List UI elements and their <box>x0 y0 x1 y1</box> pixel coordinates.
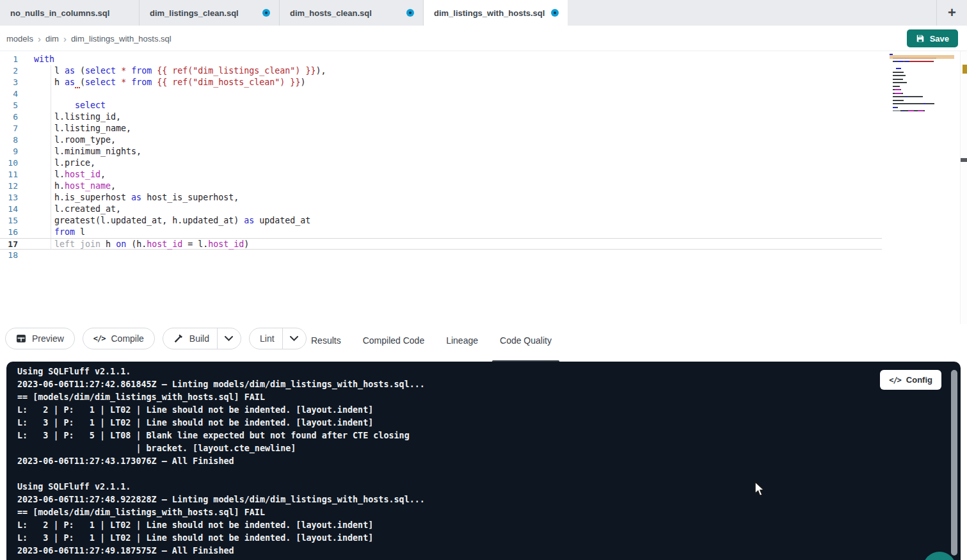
new-tab-button[interactable]: + <box>948 6 956 20</box>
lint-dropdown-chevron-icon[interactable] <box>282 328 306 349</box>
terminal-line <box>17 468 961 481</box>
tab-label: dim_listings_clean.sql <box>150 8 239 18</box>
breadcrumb-item[interactable]: dim <box>45 34 59 44</box>
build-button[interactable]: Build <box>163 328 217 349</box>
dbt-cloud-ide: no_nulls_in_columns.sqldim_listings_clea… <box>0 0 967 560</box>
terminal-line: L: 3 | P: 1 | LT02 | Line should not be … <box>17 417 961 429</box>
ruler-scroll-thumb[interactable] <box>961 158 967 162</box>
line-content: h.is_superhost as host_is_superhost, <box>34 192 239 204</box>
terminal-log: Using SQLFluff v2.1.1.2023-06-06T11:27:4… <box>17 365 961 557</box>
line-content: select <box>34 100 106 111</box>
line-content: l.host_id, <box>34 169 106 180</box>
code-line[interactable]: 11 l.host_id, <box>0 169 882 180</box>
build-dropdown-chevron-icon[interactable] <box>217 328 241 349</box>
code-line[interactable]: 14 l.created_at, <box>0 204 882 215</box>
line-number: 16 <box>0 227 18 238</box>
code-line[interactable]: 7 l.listing_name, <box>0 123 882 134</box>
code-line[interactable]: 3 h as (select * from {{ ref("dim_hosts_… <box>0 77 882 88</box>
code-line[interactable]: 6 l.listing_id, <box>0 111 882 123</box>
code-line[interactable]: 8 l.room_type, <box>0 134 882 146</box>
line-content: l.price, <box>34 157 95 169</box>
result-tab-bar: ResultsCompiled CodeLineageCode Quality <box>303 324 559 357</box>
breadcrumb-item[interactable]: dim_listings_with_hosts.sql <box>71 34 172 44</box>
action-toolbar: Preview </> Compile Build Lint <box>0 324 967 362</box>
editor-tab[interactable]: dim_hosts_clean.sql <box>280 0 424 26</box>
minimap-change-highlight <box>890 55 954 59</box>
ruler-warning-marker[interactable] <box>963 65 967 74</box>
result-tab-compiled-code[interactable]: Compiled Code <box>355 324 433 357</box>
terminal-line: Using SQLFluff v2.1.1. <box>17 365 961 378</box>
code-line[interactable]: 9 l.minimum_nights, <box>0 146 882 157</box>
table-icon <box>16 333 26 344</box>
code-line[interactable]: 18 <box>0 250 882 261</box>
unsaved-changes-dot-icon[interactable] <box>406 9 414 17</box>
line-number: 18 <box>0 250 18 261</box>
code-line[interactable]: 13 h.is_superhost as host_is_superhost, <box>0 192 882 204</box>
build-label: Build <box>189 333 209 344</box>
preview-label: Preview <box>32 333 64 344</box>
code-line[interactable]: 4 <box>0 88 882 100</box>
terminal-line: 2023-06-06T11:27:43.173076Z — All Finish… <box>17 455 961 468</box>
breadcrumb: models›dim›dim_listings_with_hosts.sql <box>6 26 172 51</box>
line-number: 17 <box>0 239 18 249</box>
line-content: h as (select * from {{ ref("dim_hosts_cl… <box>34 77 305 88</box>
config-button[interactable]: </> Config <box>880 370 941 390</box>
file-header-bar: models›dim›dim_listings_with_hosts.sql S… <box>0 26 967 51</box>
minimap[interactable] <box>890 54 936 117</box>
terminal-line: Using SQLFluff v2.1.1. <box>17 481 961 493</box>
tab-label: no_nulls_in_columns.sql <box>10 8 109 18</box>
terminal-scrollbar[interactable] <box>951 370 957 556</box>
line-content: l.listing_name, <box>34 123 131 134</box>
line-content: left join h on (h.host_id = l.host_id) <box>34 239 249 249</box>
editor-tab[interactable]: no_nulls_in_columns.sql <box>0 0 140 26</box>
breadcrumb-separator-icon: › <box>63 33 67 44</box>
code-area[interactable]: 1with2 l as (select * from {{ ref("dim_l… <box>0 54 882 261</box>
code-line[interactable]: 12 h.host_name, <box>0 180 882 192</box>
code-line[interactable]: 10 l.price, <box>0 157 882 169</box>
terminal-line: 2023-06-06T11:27:48.922828Z — Linting mo… <box>17 493 961 506</box>
line-content: from l <box>34 227 85 238</box>
compile-button[interactable]: </> Compile <box>83 328 155 349</box>
build-split-button: Build <box>163 328 241 349</box>
preview-button[interactable]: Preview <box>5 328 75 349</box>
code-line[interactable]: 16 from l <box>0 227 882 238</box>
line-content: h.host_name, <box>34 180 116 192</box>
action-buttons: Preview </> Compile Build Lint <box>5 328 307 349</box>
code-line[interactable]: 1with <box>0 54 882 65</box>
terminal-line: L: 2 | P: 1 | LT02 | Line should not be … <box>17 404 961 417</box>
line-number: 11 <box>0 169 18 180</box>
code-line[interactable]: 2 l as (select * from {{ ref("dim_listin… <box>0 65 882 77</box>
line-number: 4 <box>0 88 18 100</box>
editor-tab[interactable]: dim_listings_clean.sql <box>140 0 280 26</box>
overview-ruler[interactable] <box>960 51 967 324</box>
tab-add-zone: + <box>936 0 967 26</box>
code-line[interactable]: 5 select <box>0 100 882 111</box>
code-editor[interactable]: 1with2 l as (select * from {{ ref("dim_l… <box>0 51 967 324</box>
unsaved-changes-dot-icon[interactable] <box>551 9 559 17</box>
result-tab-code-quality[interactable]: Code Quality <box>492 324 559 357</box>
terminal-line: 2023-06-06T11:27:49.187575Z — All Finish… <box>17 545 961 557</box>
result-tab-lineage[interactable]: Lineage <box>438 324 486 357</box>
terminal-line: | bracket. [layout.cte_newline] <box>17 442 961 455</box>
line-content: l.listing_id, <box>34 111 121 123</box>
editor-tab[interactable]: dim_listings_with_hosts.sql <box>424 0 568 26</box>
result-tab-results[interactable]: Results <box>303 324 349 357</box>
code-line[interactable]: 15 greatest(l.updated_at, h.updated_at) … <box>0 215 882 227</box>
breadcrumb-separator-icon: › <box>38 33 41 44</box>
line-number: 3 <box>0 77 18 88</box>
unsaved-changes-dot-icon[interactable] <box>262 9 270 17</box>
tab-label: dim_listings_with_hosts.sql <box>434 8 545 18</box>
lint-output-terminal: Using SQLFluff v2.1.1.2023-06-06T11:27:4… <box>6 362 961 560</box>
line-number: 7 <box>0 123 18 134</box>
code-icon: </> <box>889 376 901 385</box>
line-number: 14 <box>0 204 18 215</box>
line-content: greatest(l.updated_at, h.updated_at) as … <box>34 215 310 227</box>
save-button[interactable]: Save <box>907 29 958 47</box>
terminal-line: == [models/dim/dim_listings_with_hosts.s… <box>17 506 961 519</box>
breadcrumb-item[interactable]: models <box>6 34 33 44</box>
code-line[interactable]: 17 left join h on (h.host_id = l.host_id… <box>0 238 882 250</box>
lint-button[interactable]: Lint <box>250 328 282 349</box>
terminal-line: L: 3 | P: 5 | LT08 | Blank line expected… <box>17 429 961 442</box>
line-number: 15 <box>0 215 18 227</box>
compile-label: Compile <box>111 333 143 344</box>
